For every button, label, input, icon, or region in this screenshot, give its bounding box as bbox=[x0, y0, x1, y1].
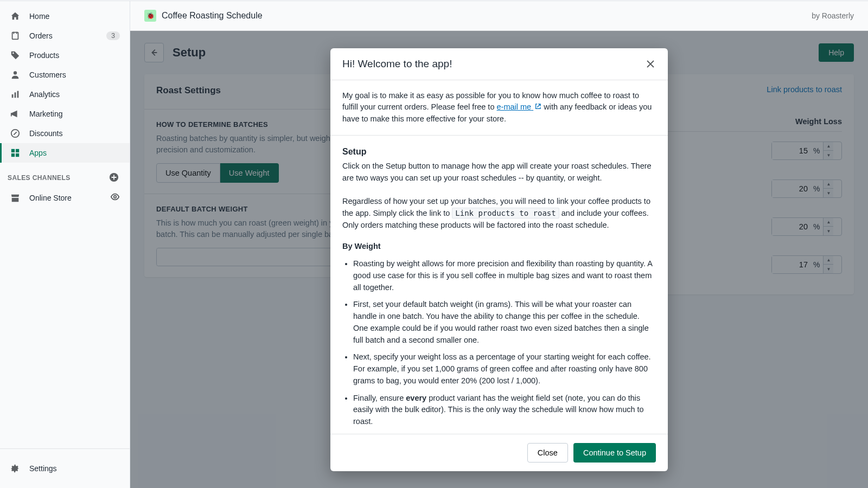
modal-title: Hi! Welcome to the app! bbox=[342, 58, 452, 70]
svg-rect-0 bbox=[12, 33, 18, 40]
external-link-icon bbox=[534, 103, 541, 110]
orders-icon bbox=[10, 30, 21, 41]
nav-label: Analytics bbox=[29, 90, 60, 99]
megaphone-icon bbox=[10, 108, 21, 119]
store-icon bbox=[10, 192, 21, 203]
setup-heading: Setup bbox=[342, 145, 656, 158]
nav-label: Discounts bbox=[29, 129, 62, 138]
apps-icon bbox=[10, 147, 21, 158]
nav-home[interactable]: Home bbox=[0, 7, 130, 26]
nav-label: Products bbox=[29, 51, 59, 60]
by-weight-heading: By Weight bbox=[342, 241, 656, 253]
nav-analytics[interactable]: Analytics bbox=[0, 85, 130, 104]
tag-icon bbox=[10, 50, 21, 61]
nav-label: Settings bbox=[29, 464, 57, 473]
person-icon bbox=[10, 69, 21, 80]
app-byline: by Roasterly bbox=[812, 11, 854, 20]
app-logo: 🐞 bbox=[144, 10, 156, 22]
setup-p2: Regardless of how your set up your batch… bbox=[342, 196, 656, 231]
svg-rect-2 bbox=[12, 94, 14, 98]
nav-marketing[interactable]: Marketing bbox=[0, 104, 130, 124]
continue-button[interactable]: Continue to Setup bbox=[573, 443, 656, 463]
nav-products[interactable]: Products bbox=[0, 46, 130, 65]
nav-label: Orders bbox=[29, 31, 53, 40]
nav-label: Customers bbox=[29, 70, 66, 79]
setup-p1: Click on the Setup button to manage how … bbox=[342, 160, 656, 184]
link-products-code: Link products to roast bbox=[452, 208, 559, 219]
welcome-modal: Hi! Welcome to the app! My goal is to ma… bbox=[330, 48, 668, 471]
discount-icon bbox=[10, 128, 21, 139]
svg-rect-8 bbox=[11, 153, 15, 157]
orders-badge: 3 bbox=[106, 31, 120, 40]
nav-apps[interactable]: Apps bbox=[0, 143, 130, 163]
home-icon bbox=[10, 11, 21, 22]
app-header: 🐞 Coffee Roasting Schedule by Roasterly bbox=[130, 1, 868, 31]
svg-rect-3 bbox=[15, 92, 16, 98]
email-link[interactable]: e-mail me bbox=[497, 102, 542, 111]
modal-body[interactable]: My goal is to make it as easy as possibl… bbox=[330, 80, 668, 434]
nav-online-store[interactable]: Online Store bbox=[0, 188, 130, 208]
gear-icon bbox=[10, 463, 21, 474]
svg-rect-4 bbox=[17, 91, 19, 98]
nav-label: Marketing bbox=[29, 110, 62, 118]
modal-intro: My goal is to make it as easy as possibl… bbox=[342, 90, 656, 125]
by-weight-list: Roasting by weight allows for more preci… bbox=[342, 258, 656, 428]
nav-label: Home bbox=[29, 12, 49, 21]
svg-rect-9 bbox=[16, 153, 19, 157]
nav-orders[interactable]: Orders 3 bbox=[0, 26, 130, 46]
add-channel-icon[interactable] bbox=[109, 172, 120, 183]
close-icon[interactable] bbox=[645, 59, 656, 69]
nav-discounts[interactable]: Discounts bbox=[0, 124, 130, 143]
nav-customers[interactable]: Customers bbox=[0, 65, 130, 85]
bars-icon bbox=[10, 89, 21, 100]
svg-point-11 bbox=[114, 196, 117, 198]
nav-label: Apps bbox=[29, 149, 47, 157]
sales-channels-header: SALES CHANNELS bbox=[0, 163, 130, 188]
svg-point-1 bbox=[14, 71, 17, 74]
app-title: Coffee Roasting Schedule bbox=[162, 11, 263, 21]
close-button[interactable]: Close bbox=[527, 443, 568, 463]
nav-settings[interactable]: Settings bbox=[0, 459, 130, 478]
svg-rect-7 bbox=[16, 149, 19, 152]
nav-label: Online Store bbox=[29, 194, 72, 202]
eye-icon[interactable] bbox=[110, 192, 120, 203]
svg-rect-6 bbox=[11, 149, 15, 152]
sidebar: Home Orders 3 Products Customers Analyti… bbox=[0, 1, 130, 488]
